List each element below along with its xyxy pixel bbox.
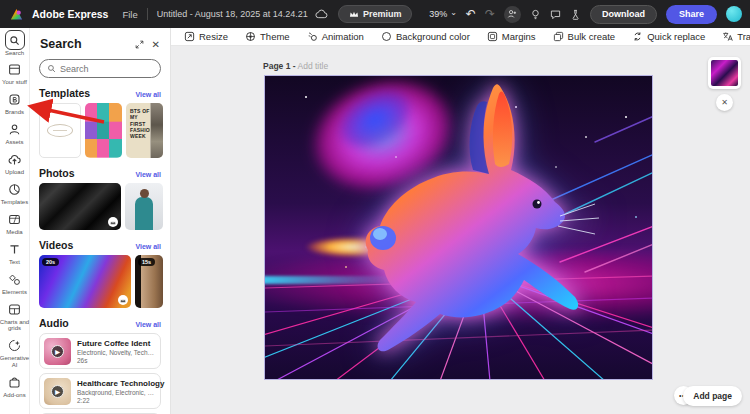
brands-shield-icon: [7, 92, 23, 108]
audio-thumbnail: ▶: [44, 338, 71, 365]
swap-arrows-icon: [632, 31, 643, 42]
templates-view-all-link[interactable]: View all: [135, 91, 161, 98]
close-panel-icon[interactable]: ✕: [152, 39, 160, 50]
shapes-icon: [7, 271, 23, 287]
page-thumbnail-image: [711, 60, 738, 86]
sidebar-item-media[interactable]: Media: [0, 211, 30, 235]
theme-wheel-icon: [245, 31, 256, 42]
template-thumbnail-logo[interactable]: [39, 103, 81, 158]
sidebar-item-text[interactable]: Text: [0, 241, 30, 265]
premium-crown-badge: [108, 217, 118, 227]
user-avatar[interactable]: [726, 6, 742, 22]
translate-icon: [722, 31, 733, 42]
ideas-button[interactable]: [530, 9, 541, 20]
video-thumbnail-abstract[interactable]: 20s: [39, 255, 131, 308]
zoom-control[interactable]: 39% ⌄: [429, 9, 457, 19]
premium-button[interactable]: Premium: [338, 5, 413, 23]
animation-button[interactable]: Animation: [307, 31, 364, 42]
margins-icon: [487, 31, 498, 42]
search-input[interactable]: [60, 64, 150, 74]
audio-item-future-coffee[interactable]: ▶ Future Coffee Ident Electronic, Novelt…: [39, 333, 161, 369]
table-icon: [7, 301, 23, 317]
audio-section-title: Audio: [39, 317, 69, 329]
person-add-icon: [507, 9, 517, 19]
audio-item-healthcare-technology[interactable]: ▶ Healthcare Technology Background, Elec…: [39, 373, 161, 409]
folder-icon: [7, 62, 23, 78]
sidebar-item-templates[interactable]: Templates: [0, 181, 30, 205]
resize-icon: [184, 31, 195, 42]
lightbulb-icon: [530, 9, 541, 20]
top-bar: Adobe Express File Untitled - August 18,…: [0, 0, 750, 28]
search-icon: [47, 64, 56, 73]
person-icon: [7, 122, 23, 138]
invite-collaborator-button[interactable]: [504, 6, 521, 23]
quick-replace-button[interactable]: Quick replace: [632, 31, 705, 42]
videos-section-title: Videos: [39, 239, 73, 251]
cloud-sync-icon[interactable]: [315, 5, 328, 23]
close-button[interactable]: ✕: [716, 94, 733, 111]
undo-button[interactable]: ↶: [466, 8, 476, 20]
app-title: Adobe Express: [32, 8, 108, 20]
resize-button[interactable]: Resize: [184, 31, 228, 42]
sidebar-item-upload[interactable]: Upload: [0, 152, 30, 176]
template-thumbnail-fashion[interactable]: BTS OF MY FIRST FASHION WEEK: [126, 103, 163, 158]
panel-title: Search: [40, 37, 82, 51]
sidebar-item-brands[interactable]: Brands: [0, 92, 30, 116]
templates-icon: [7, 181, 23, 197]
sidebar-item-elements[interactable]: Elements: [0, 271, 30, 295]
theme-button[interactable]: Theme: [245, 31, 290, 42]
margins-button[interactable]: Margins: [487, 31, 536, 42]
download-button[interactable]: Download: [590, 5, 657, 24]
photos-view-all-link[interactable]: View all: [135, 171, 161, 178]
audio-view-all-link[interactable]: View all: [135, 321, 161, 328]
adobe-express-logo-icon[interactable]: [9, 7, 24, 22]
sidebar-item-generative-ai[interactable]: Generative AI: [0, 338, 30, 369]
file-menu[interactable]: File: [122, 9, 137, 20]
premium-crown-badge: [118, 295, 128, 305]
sidebar-item-assets[interactable]: Assets: [0, 122, 30, 146]
divider: [147, 8, 148, 20]
crown-icon: [349, 10, 359, 18]
template-thumbnail-people[interactable]: [85, 103, 122, 158]
photo-thumbnail-nurse[interactable]: [125, 183, 163, 230]
feedback-button[interactable]: [550, 9, 561, 20]
video-duration-badge: 20s: [42, 258, 59, 266]
videos-view-all-link[interactable]: View all: [135, 243, 161, 250]
page-label: Page 1 - Add title: [263, 61, 328, 71]
search-input-wrapper[interactable]: [39, 59, 161, 78]
sidebar-item-your-stuff[interactable]: Your stuff: [0, 62, 30, 86]
beta-features-button[interactable]: [570, 9, 581, 20]
sidebar-item-search[interactable]: Search: [0, 32, 30, 56]
play-icon[interactable]: ▶: [44, 378, 71, 405]
share-button[interactable]: Share: [666, 5, 717, 24]
play-icon[interactable]: ▶: [44, 338, 71, 365]
document-title[interactable]: Untitled - August 18, 2025 at 14.24.21: [157, 9, 308, 19]
logo-oval: [47, 124, 73, 137]
add-page-button[interactable]: Add page: [683, 386, 742, 406]
comment-icon: [550, 9, 561, 20]
text-icon: [7, 241, 23, 257]
video-thumbnail-person[interactable]: 15s: [135, 255, 163, 308]
add-title-placeholder[interactable]: Add title: [298, 61, 329, 71]
photo-thumbnail-silk[interactable]: [39, 183, 121, 230]
bulk-create-icon: [553, 31, 564, 42]
page-thumbnail[interactable]: [708, 57, 741, 89]
bulk-create-button[interactable]: Bulk create: [553, 31, 616, 42]
animation-icon: [307, 31, 318, 42]
sidebar-item-charts-and-grids[interactable]: Charts and grids: [0, 301, 30, 332]
sidebar-item-add-ons[interactable]: Add-ons: [0, 375, 30, 399]
photo-strip: [150, 103, 163, 158]
photos-section-title: Photos: [39, 167, 75, 179]
adobe-express-app: Adobe Express File Untitled - August 18,…: [0, 0, 750, 414]
background-color-button[interactable]: Background color: [381, 31, 470, 42]
flask-icon: [570, 9, 581, 20]
audio-thumbnail: ▶: [44, 378, 71, 405]
search-panel: Search ✕ Templates View all BTS OF MY FI…: [30, 28, 171, 414]
redo-button[interactable]: ↷: [485, 8, 495, 20]
add-ons-icon: [7, 375, 23, 391]
expand-panel-icon[interactable]: [135, 40, 144, 49]
translate-button[interactable]: Translate NEW: [722, 31, 750, 42]
background-color-icon: [381, 31, 392, 42]
canvas-page-artwork[interactable]: [264, 75, 653, 380]
left-sidebar: Search Your stuff Brands Assets Upload T…: [0, 28, 30, 414]
